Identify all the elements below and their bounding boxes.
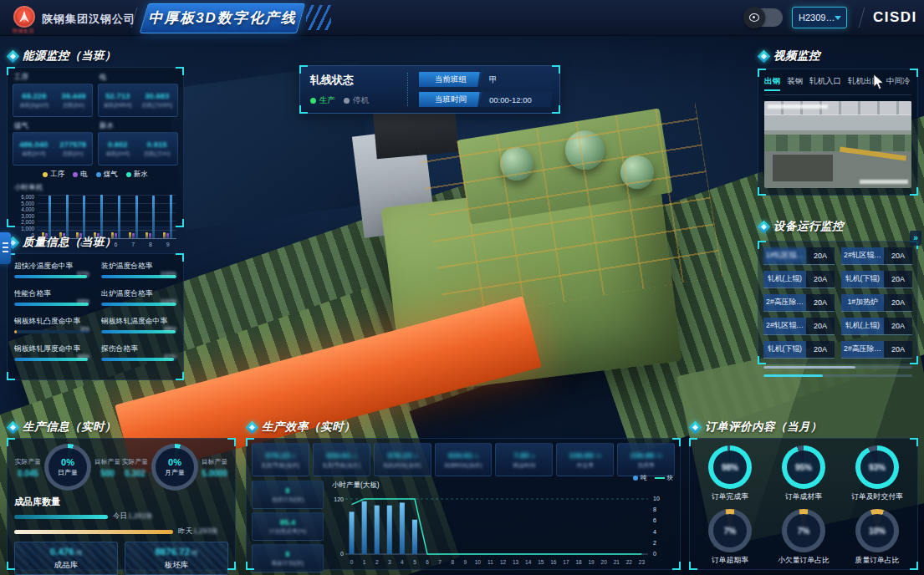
energy-card: 工序68.226单耗(kgce/t)39.449总耗(tce) [13, 73, 93, 117]
production-gauge: 实际产量0.0450%日产量目标产量500 [14, 444, 121, 491]
diamond-icon [689, 420, 702, 434]
heat-number-dropdown[interactable]: H2309… [792, 7, 847, 28]
legend-label: 块 [667, 474, 674, 482]
bar-group: 5 [94, 195, 103, 238]
energy-value: 277578 [59, 140, 86, 149]
energy-value: 0.602 [106, 140, 130, 149]
panel-expand-arrow[interactable]: » [910, 231, 921, 246]
legend-label: 新水 [134, 170, 148, 180]
y-tick: 1,000 [13, 226, 34, 232]
quality-metric: 探伤合格率97% [101, 344, 176, 361]
device-item[interactable]: 1#轧区辊…20A [763, 247, 835, 265]
corner-bracket [552, 65, 560, 74]
corner-bracket [227, 562, 236, 570]
output-chart-plot: 0123456789101112131415161718192021222312… [329, 491, 675, 575]
stat-value: 576.23 s [266, 450, 296, 460]
bar-group: 4 [76, 196, 85, 238]
svg-text:17: 17 [563, 559, 569, 565]
status-row: 当班时间00:00-12:00 [419, 92, 553, 107]
side-handle[interactable] [0, 232, 11, 264]
camera-tab-中间冷[interactable]: 中间冷 [886, 76, 911, 90]
stock-title: 成品库数量 [14, 496, 228, 508]
stat-unit: s [473, 453, 477, 459]
svg-text:2: 2 [375, 559, 379, 565]
quality-metric: 性能合格率99% [14, 289, 89, 306]
svg-text:6: 6 [426, 559, 429, 565]
quality-percent: 99% [77, 298, 89, 305]
svg-text:1: 1 [363, 559, 366, 565]
device-item[interactable]: 2#轧区辊…20A [763, 318, 835, 335]
stat-value: 634.61 s [448, 450, 478, 460]
efficiency-stat: 106.86 %负荷率 [617, 443, 675, 476]
gauge-side-label: 实际产量 [122, 457, 148, 466]
cisdi-logo: CISDI [873, 9, 917, 26]
device-label: 1#轧区辊… [763, 247, 806, 264]
energy-card: 电52.713单耗(kWh/t)30.683总耗(万kWh) [98, 73, 178, 117]
diamond-icon [7, 49, 20, 63]
camera-tab-轧机入口[interactable]: 轧机入口 [809, 76, 841, 90]
efficiency-side-stat: 8当班计划(块) [252, 481, 324, 509]
quality-metric: 出炉温度合格率100% [101, 289, 176, 306]
stat-label: 轧制节奏(当月) [323, 461, 360, 470]
stock-bar-label: 今日1,281块 [113, 511, 153, 522]
camera-feed[interactable] [764, 101, 911, 188]
efficiency-stats: 576.23 s轧制节奏(当班)634.61 s轧制节奏(当月)576.23 s… [252, 443, 675, 476]
device-item[interactable]: 2#高压除…20A [841, 341, 912, 359]
svg-text:15: 15 [538, 559, 544, 565]
corner-bracket [758, 241, 766, 249]
energy-unit: 总耗(m³) [59, 150, 86, 158]
legend-item: 电 [73, 170, 88, 180]
stock-bars: 今日1,281块昨天1,293块 [14, 511, 228, 537]
caret-down-icon [835, 16, 841, 20]
quality-panel-title: 质量信息（当班） [8, 235, 116, 250]
device-item[interactable]: 轧机(下辊)20A [763, 341, 835, 359]
device-item[interactable]: 轧机(上辊)20A [763, 271, 835, 288]
device-item[interactable]: 1#加热炉20A [841, 294, 912, 312]
camera-tab-装钢[interactable]: 装钢 [787, 76, 803, 90]
quality-percent: 100% [161, 270, 176, 277]
device-item[interactable]: 2#轧区辊…20A [841, 247, 912, 265]
gauge-side-label: 目标产量 [94, 457, 120, 466]
energy-panel: 工序68.226单耗(kgce/t)39.449总耗(tce)电52.713单耗… [7, 67, 184, 227]
efficiency-side-stats: 8当班计划(块)85.4计划完成率(%)8剩余计划(块) [252, 481, 324, 575]
device-item[interactable]: 轧机(下辊)20A [841, 271, 912, 288]
donut-value: 7% [724, 527, 736, 536]
camera-tab-出钢[interactable]: 出钢 [764, 76, 780, 90]
y-tick: 3,000 [13, 214, 34, 219]
store-cards: 0.476吨成品库8876.72吨板坯库 [14, 542, 228, 575]
svg-text:0: 0 [340, 551, 344, 557]
x-tick: 7 [131, 242, 135, 247]
energy-value: 68.226 [20, 91, 49, 100]
bar [48, 196, 51, 238]
donut-value: 10% [869, 527, 886, 536]
svg-text:5: 5 [413, 559, 416, 565]
video-panel-title: 视频监控 [759, 48, 820, 64]
quality-label: 钢板终轧凸度命中率 [14, 317, 89, 327]
scrollbar[interactable] [763, 374, 912, 377]
device-item[interactable]: 轧机(上辊)20A [841, 318, 912, 335]
store-unit: 吨 [76, 549, 83, 557]
gauge-side-value: 5.0000 [202, 469, 227, 478]
gauge-side-label: 目标产量 [202, 457, 227, 466]
store-unit: 吨 [191, 549, 198, 557]
energy-card: 新水0.602单耗(m³/t)0.915总耗(万m³) [98, 121, 178, 165]
gauge-ring: 0%月产量 [151, 444, 198, 491]
page-title: 中厚板3D数字化产线 [145, 4, 300, 33]
bar [163, 232, 166, 238]
efficiency-stat: 576.23 s纯轧时间(当班) [374, 443, 431, 476]
corner-bracket [7, 219, 15, 227]
bar-group: 9 [163, 195, 172, 238]
energy-card: 煤气486.040单耗(m³/t)277578总耗(m³) [13, 121, 93, 165]
efficiency-panel-title: 生产效率（实时） [248, 420, 355, 435]
bar [66, 195, 69, 238]
stat-value: 576.23 s [387, 450, 417, 460]
toggle-knob [743, 7, 765, 28]
legend-dot [43, 172, 48, 177]
stock-bar-row: 今日1,281块 [14, 511, 228, 522]
energy-card-name: 电 [100, 73, 178, 83]
device-item[interactable]: 2#高压除…20A [763, 294, 835, 312]
output-chart-legend: 吨块 [633, 474, 673, 482]
scrollbar[interactable] [763, 366, 912, 369]
visibility-toggle[interactable] [744, 8, 783, 27]
bar [118, 196, 120, 238]
